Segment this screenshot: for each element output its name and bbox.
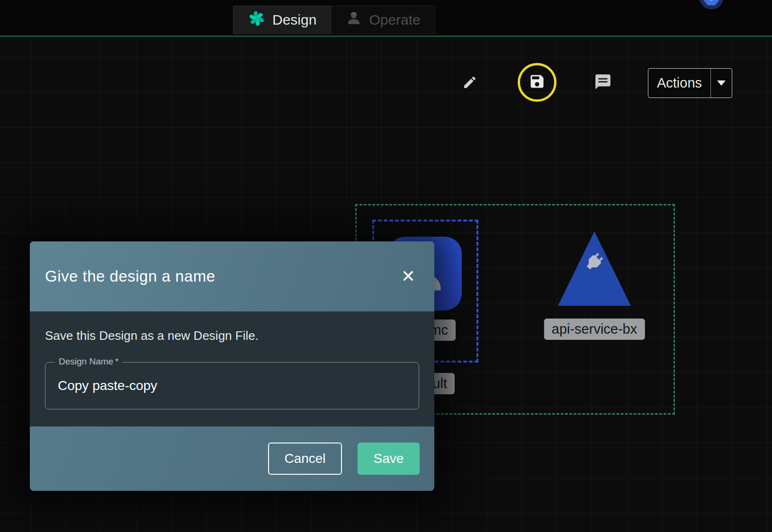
save-button[interactable]: Save: [358, 443, 420, 475]
design-name-input[interactable]: [45, 378, 419, 393]
tab-design[interactable]: Design: [233, 6, 331, 34]
avatar[interactable]: [699, 0, 724, 9]
save-design-button[interactable]: [518, 63, 557, 102]
operator-icon: [345, 10, 362, 30]
pencil-icon: [462, 75, 477, 92]
design-name-field: Design Name *: [45, 362, 419, 409]
app-screen: mc ult api-service-bx Actions: [0, 0, 772, 532]
comment-button[interactable]: [591, 71, 615, 95]
api-service-node-label: api-service-bx: [544, 319, 645, 340]
edit-button[interactable]: [458, 71, 482, 96]
modal-footer: Cancel Save: [30, 426, 434, 491]
design-name-label: Design Name *: [55, 356, 122, 367]
cancel-button[interactable]: Cancel: [268, 443, 342, 475]
tab-operate[interactable]: Operate: [331, 6, 435, 34]
tab-design-label: Design: [272, 12, 316, 28]
floppy-save-icon: [529, 73, 546, 92]
chevron-down-icon: [717, 80, 726, 86]
comment-icon: [594, 73, 612, 93]
tab-operate-label: Operate: [369, 12, 420, 28]
actions-split-button[interactable]: Actions: [648, 68, 732, 98]
modal-body: Save this Design as a new Design File. D…: [30, 311, 434, 426]
actions-dropdown-toggle[interactable]: [711, 69, 732, 98]
mode-tabs: Design Operate: [233, 6, 435, 34]
save-design-modal: Give the design a name ✕ Save this Desig…: [30, 241, 434, 491]
close-icon[interactable]: ✕: [399, 266, 417, 287]
meshery-logo-icon: [248, 9, 266, 31]
top-navigation-bar: Design Operate: [0, 0, 772, 37]
modal-title: Give the design a name: [45, 267, 399, 285]
modal-header: Give the design a name ✕: [30, 241, 434, 311]
actions-button-label[interactable]: Actions: [648, 69, 710, 98]
modal-description: Save this Design as a new Design File.: [45, 328, 419, 343]
